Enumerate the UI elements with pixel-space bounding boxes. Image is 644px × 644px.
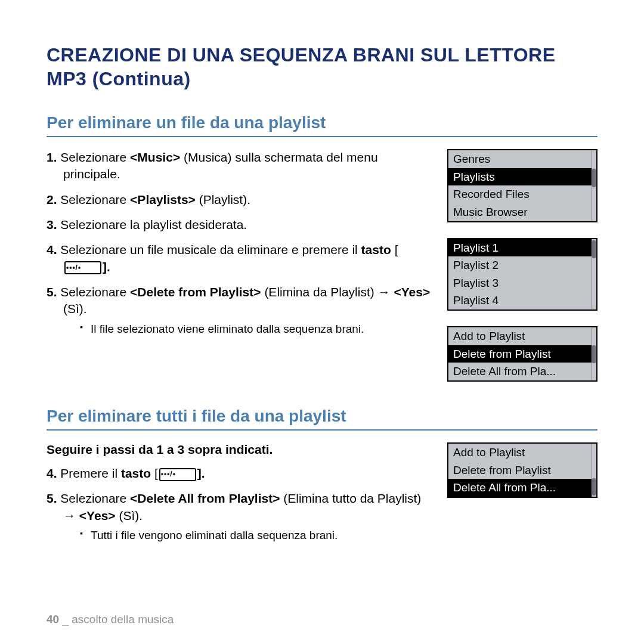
section1-steps: 1. Selezionare <Music> (Musica) sulla sc… xyxy=(47,149,431,382)
step-bold: <Yes> xyxy=(79,509,116,522)
step-num: 2. xyxy=(47,193,57,206)
step-bold: <Playlists> xyxy=(130,193,196,206)
list-item: Playlist 3 xyxy=(448,274,596,292)
list-item: Delete from Playlist xyxy=(448,462,596,479)
device-menu-delete: Add to Playlist Delete from Playlist Del… xyxy=(447,326,597,382)
step-num: 4. xyxy=(47,243,57,256)
list-item: Music Browser xyxy=(448,203,596,221)
step-text: Premere il xyxy=(60,466,121,480)
page-number: 40 xyxy=(47,613,59,626)
step-bold: ]. xyxy=(197,466,205,480)
section2-heading: Per eliminare tutti i file da una playli… xyxy=(47,407,597,431)
device-menu-music: Genres Playlists Recorded Files Music Br… xyxy=(447,149,597,222)
section2-lead: Seguire i passi da 1 a 3 sopra indicati. xyxy=(47,442,431,457)
section2-columns: Seguire i passi da 1 a 3 sopra indicati.… xyxy=(47,442,597,552)
section1-screenshots: Genres Playlists Recorded Files Music Br… xyxy=(447,149,597,382)
step-4b: 4. Premere il tasto []. xyxy=(47,465,431,482)
step-5: 5. Selezionare <Delete from Playlist> (E… xyxy=(47,284,431,336)
list-item: Add to Playlist xyxy=(448,327,596,345)
list-item-selected: Playlists xyxy=(448,168,596,186)
list-item-selected: Delete from Playlist xyxy=(448,345,596,363)
scrollbar xyxy=(592,239,596,310)
step-num: 5. xyxy=(47,285,57,299)
step-bold: <Music> xyxy=(130,150,180,164)
step-text: [ xyxy=(391,243,398,256)
scrollbar xyxy=(592,327,596,380)
step-5b-note: Tutti i file vengono eliminati dalla seq… xyxy=(80,528,431,543)
step-1: 1. Selezionare <Music> (Musica) sulla sc… xyxy=(47,149,431,183)
step-num: 3. xyxy=(47,218,57,231)
list-item: Genres xyxy=(448,150,596,168)
scrollbar xyxy=(592,150,596,221)
step-text: Selezionare xyxy=(60,193,130,206)
menu-button-icon xyxy=(159,468,196,481)
step-text: (Playlist). xyxy=(196,193,250,206)
device-menu-delete-all: Add to Playlist Delete from Playlist Del… xyxy=(447,442,597,498)
list-item-selected: Playlist 1 xyxy=(448,239,596,257)
list-item: Recorded Files xyxy=(448,185,596,203)
section1-heading: Per eliminare un file da una playlist xyxy=(47,113,597,137)
step-text: [ xyxy=(151,466,158,480)
list-item: Delete All from Pla... xyxy=(448,363,596,380)
step-text: Selezionare xyxy=(60,285,130,299)
step-2: 2. Selezionare <Playlists> (Playlist). xyxy=(47,191,431,208)
step-text: (Sì). xyxy=(116,509,143,522)
step-text: Selezionare la playlist desiderata. xyxy=(60,218,247,231)
step-bold: tasto xyxy=(121,466,151,480)
page-footer: 40 _ ascolto della musica xyxy=(47,613,174,626)
step-text: (Elimina da Playlist) → xyxy=(261,285,394,299)
chapter-name: ascolto della musica xyxy=(72,613,174,626)
step-bold: tasto xyxy=(361,243,391,256)
step-num: 5. xyxy=(47,491,57,505)
step-text: Selezionare xyxy=(60,150,130,164)
scrollbar xyxy=(592,444,596,497)
step-bold: <Yes> xyxy=(394,285,430,299)
list-item: Playlist 4 xyxy=(448,292,596,309)
step-5-note: Il file selezionato viene eliminato dall… xyxy=(80,321,431,337)
step-text: Selezionare un file musicale da eliminar… xyxy=(60,243,361,256)
list-item: Add to Playlist xyxy=(448,444,596,462)
menu-button-icon xyxy=(64,261,101,274)
step-bold: <Delete from Playlist> xyxy=(130,285,261,299)
page-title: CREAZIONE DI UNA SEQUENZA BRANI SUL LETT… xyxy=(47,43,597,91)
step-bold: ]. xyxy=(103,260,110,274)
step-num: 1. xyxy=(47,150,57,164)
step-4: 4. Selezionare un file musicale da elimi… xyxy=(47,242,431,275)
step-bold: <Delete All from Playlist> xyxy=(130,491,280,505)
device-menu-playlists: Playlist 1 Playlist 2 Playlist 3 Playlis… xyxy=(447,238,597,311)
footer-sep: _ xyxy=(59,613,72,626)
section2-screenshots: Add to Playlist Delete from Playlist Del… xyxy=(447,442,597,552)
section1-columns: 1. Selezionare <Music> (Musica) sulla sc… xyxy=(47,149,597,382)
step-text: Selezionare xyxy=(60,491,130,505)
step-text: (Sì). xyxy=(63,302,87,315)
section2-steps: Seguire i passi da 1 a 3 sopra indicati.… xyxy=(47,442,431,552)
step-3: 3. Selezionare la playlist desiderata. xyxy=(47,216,431,233)
list-item: Playlist 2 xyxy=(448,256,596,274)
list-item-selected: Delete All from Pla... xyxy=(448,479,596,497)
step-num: 4. xyxy=(47,466,57,480)
step-5b: 5. Selezionare <Delete All from Playlist… xyxy=(47,490,431,543)
